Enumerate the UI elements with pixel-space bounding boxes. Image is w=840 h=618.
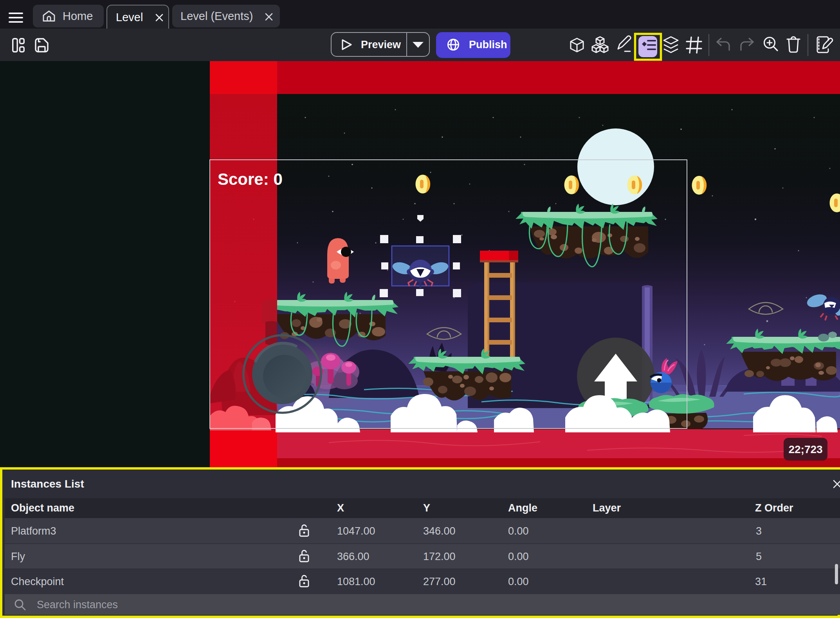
svg-text:22;723: 22;723 <box>788 443 822 455</box>
svg-text:Score: 0: Score: 0 <box>218 170 283 188</box>
